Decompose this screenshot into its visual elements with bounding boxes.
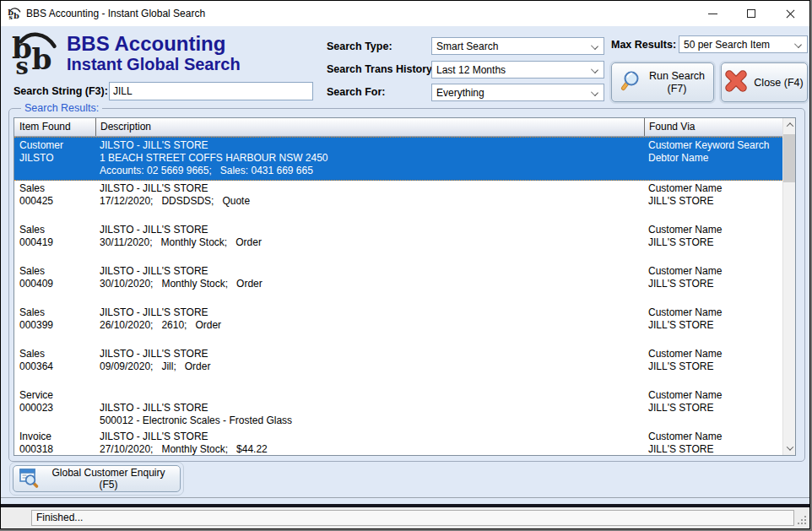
- found-via-cell: Customer NameJILL'S STORE: [644, 389, 782, 429]
- max-results-select[interactable]: 50 per Search Item: [679, 35, 808, 53]
- close-f4-button[interactable]: Close (F4): [721, 62, 808, 102]
- run-search-label-line2: (F7): [649, 83, 705, 95]
- trans-history-select[interactable]: Last 12 Months: [431, 61, 604, 79]
- table-row[interactable]: Sales000419JILSTO - JILL'S STORE30/11/20…: [14, 222, 782, 263]
- results-rows: CustomerJILSTOJILSTO - JILL'S STORE1 BEA…: [14, 137, 782, 455]
- trans-history-label: Search Trans History:: [327, 63, 436, 75]
- app-logo-icon: b b s: [8, 7, 21, 23]
- item-found-cell: Sales000419: [14, 224, 95, 263]
- run-search-button[interactable]: Run Search (F7): [611, 62, 714, 102]
- chevron-up-icon: [786, 122, 793, 129]
- chevron-down-icon: [786, 443, 793, 450]
- item-found-cell: Sales000409: [14, 265, 95, 305]
- status-message: Finished...: [31, 510, 794, 526]
- search-for-select[interactable]: Everything: [431, 84, 604, 101]
- results-list: Item Found Description Found Via Custome…: [14, 117, 796, 456]
- window-title: BBS Accounting - Instant Global Search: [26, 1, 205, 26]
- app-subtitle: Instant Global Search: [67, 55, 241, 74]
- item-found-cell: Sales000399: [14, 306, 95, 346]
- minimize-button[interactable]: [693, 1, 732, 26]
- vertical-scrollbar[interactable]: [782, 118, 795, 455]
- column-header-found-via[interactable]: Found Via: [644, 118, 782, 136]
- status-bar: Finished...: [1, 507, 809, 528]
- chevron-down-icon: [591, 66, 598, 73]
- description-cell: JILSTO - JILL'S STORE09/09/2020; Jill; O…: [95, 348, 644, 387]
- maximize-icon: [747, 9, 755, 18]
- search-for-label: Search For:: [327, 86, 385, 98]
- scrollbar-thumb[interactable]: [783, 134, 796, 182]
- column-header-item-found[interactable]: Item Found: [14, 118, 95, 136]
- chevron-down-icon: [794, 41, 802, 48]
- item-found-cell: Invoice000318: [14, 431, 95, 455]
- description-cell: JILSTO - JILL'S STORE26/10/2020; 2610; O…: [95, 306, 644, 346]
- max-results-value: 50 per Search Item: [684, 39, 770, 51]
- resize-grip-icon[interactable]: [804, 523, 806, 524]
- description-cell: JILSTO - JILL'S STORE500012 - Electronic…: [95, 389, 644, 429]
- table-row[interactable]: Sales000425JILSTO - JILL'S STORE17/12/20…: [14, 181, 782, 222]
- search-type-label: Search Type:: [327, 41, 392, 52]
- item-found-cell: Sales000364: [14, 348, 95, 387]
- description-cell: JILSTO - JILL'S STORE1 BEACH STREET COFF…: [95, 139, 644, 180]
- close-label: Close (F4): [754, 77, 803, 89]
- minimize-icon: [708, 14, 717, 14]
- bbs-logo: b b s: [11, 29, 58, 79]
- description-cell: JILSTO - JILL'S STORE17/12/2020; DDSDSDS…: [95, 182, 644, 222]
- column-header-description[interactable]: Description: [95, 118, 644, 136]
- svg-text:s: s: [9, 14, 14, 20]
- enquiry-button-frame: Global Customer Enquiry (F5): [9, 462, 184, 496]
- enquiry-label-line2: (F5): [41, 479, 176, 490]
- clipped-background-sliver: [1, 528, 809, 529]
- found-via-cell: Customer NameJILL'S STORE: [644, 182, 782, 222]
- table-row[interactable]: Service000023JILSTO - JILL'S STORE500012…: [14, 387, 782, 429]
- table-row[interactable]: Invoice000318JILSTO - JILL'S STORE27/10/…: [14, 429, 782, 455]
- search-results-group: Search Results: Item Found Description F…: [8, 108, 805, 462]
- close-icon: [785, 8, 796, 19]
- svg-text:b: b: [14, 11, 19, 20]
- svg-text:s: s: [15, 53, 28, 76]
- table-row[interactable]: Sales000409JILSTO - JILL'S STORE30/10/20…: [14, 263, 782, 305]
- item-found-cell: CustomerJILSTO: [14, 139, 95, 180]
- found-via-cell: Customer NameJILL'S STORE: [644, 306, 782, 346]
- maximize-button[interactable]: [732, 1, 771, 26]
- title-bar: b b s BBS Accounting - Instant Global Se…: [1, 1, 809, 26]
- chevron-down-icon: [591, 89, 598, 96]
- found-via-cell: Customer NameJILL'S STORE: [644, 348, 782, 387]
- trans-history-value: Last 12 Months: [436, 64, 506, 76]
- form-bottom-edge: [1, 497, 809, 498]
- close-window-button[interactable]: [771, 1, 809, 26]
- search-for-value: Everything: [436, 87, 484, 99]
- found-via-cell: Customer NameJILL'S STORE: [644, 224, 782, 263]
- table-row[interactable]: CustomerJILSTOJILSTO - JILL'S STORE1 BEA…: [14, 137, 782, 181]
- search-string-input[interactable]: [109, 82, 313, 100]
- run-search-label-line1: Run Search: [649, 70, 705, 83]
- item-found-cell: Service000023: [14, 389, 95, 429]
- results-header-row: Item Found Description Found Via: [14, 118, 782, 137]
- app-window: b b s BBS Accounting - Instant Global Se…: [0, 0, 810, 529]
- svg-text:b: b: [31, 42, 51, 76]
- table-row[interactable]: Sales000364JILSTO - JILL'S STORE09/09/20…: [14, 346, 782, 387]
- scroll-down-button[interactable]: [783, 442, 796, 455]
- app-title: BBS Accounting: [67, 32, 225, 56]
- description-cell: JILSTO - JILL'S STORE27/10/2020; Monthly…: [95, 431, 644, 455]
- search-type-value: Smart Search: [436, 41, 498, 52]
- max-results-label: Max Results:: [611, 39, 676, 51]
- found-via-cell: Customer Keyword SearchDebtor Name: [644, 139, 782, 180]
- description-cell: JILSTO - JILL'S STORE30/11/2020; Monthly…: [95, 224, 644, 263]
- form-body: b b s BBS Accounting Instant Global Sear…: [1, 26, 809, 528]
- red-x-icon: [725, 70, 747, 95]
- window-magnifier-icon: [19, 467, 41, 491]
- table-row[interactable]: Sales000399JILSTO - JILL'S STORE26/10/20…: [14, 305, 782, 346]
- search-results-legend: Search Results:: [21, 102, 102, 114]
- item-found-cell: Sales000425: [14, 182, 95, 222]
- description-cell: JILSTO - JILL'S STORE30/10/2020; Monthly…: [95, 265, 644, 305]
- global-customer-enquiry-button[interactable]: Global Customer Enquiry (F5): [13, 465, 181, 492]
- search-string-label: Search String (F3):: [14, 85, 108, 97]
- chevron-down-icon: [591, 42, 598, 50]
- search-type-select[interactable]: Smart Search: [431, 37, 604, 55]
- found-via-cell: Customer NameJILL'S STORE: [644, 265, 782, 305]
- enquiry-label-line1: Global Customer Enquiry: [41, 467, 176, 479]
- found-via-cell: Customer NameJILL'S STORE: [644, 431, 782, 455]
- scroll-up-button[interactable]: [783, 118, 796, 132]
- magnifier-icon: [620, 70, 642, 95]
